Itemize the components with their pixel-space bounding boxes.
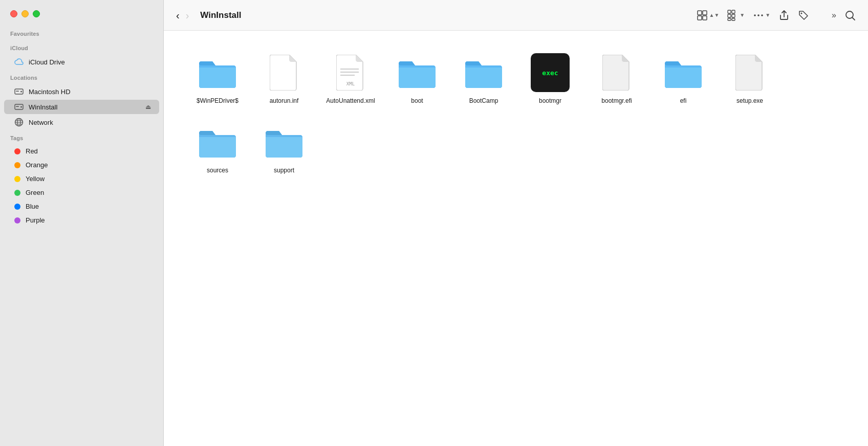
svg-rect-18 [732, 14, 735, 17]
nav-buttons: ‹ › [174, 9, 191, 21]
svg-point-23 [761, 14, 763, 16]
share-button[interactable] [776, 8, 792, 23]
svg-rect-11 [698, 11, 702, 15]
file-item-setupexe[interactable]: setup.exe [717, 46, 783, 110]
favourites-section-label: Favourites [0, 26, 163, 40]
back-button[interactable]: ‹ [174, 9, 182, 21]
svg-rect-20 [732, 18, 735, 20]
red-dot [14, 148, 20, 154]
doc-icon [270, 55, 298, 91]
more-options-button[interactable]: ▼ [751, 8, 772, 23]
grid-icon [697, 10, 708, 21]
folder-icon-wrap-efi [663, 52, 704, 93]
file-item-bootmgrefi[interactable]: bootmgr.efi [583, 46, 650, 110]
forward-button[interactable]: › [184, 9, 191, 21]
svg-point-24 [801, 12, 802, 14]
file-item-efi[interactable]: efi [650, 46, 717, 110]
sidebar: Favourites iCloud iCloud Drive Locations… [0, 0, 164, 446]
exec-icon: exec [531, 53, 570, 92]
doc-icon-wrap-efi [596, 52, 637, 93]
file-item-boot[interactable]: boot [384, 46, 450, 110]
file-name-sources: sources [207, 167, 228, 174]
folder-icon-boot [398, 56, 437, 89]
sidebar-item-tag-green[interactable]: Green [4, 186, 159, 199]
folder-icon-wrap-support [264, 122, 305, 163]
disk-icon-wininstall [14, 102, 24, 112]
file-item-autorun[interactable]: autorun.inf [251, 46, 317, 110]
svg-line-26 [853, 17, 855, 20]
group-chevron: ▼ [740, 12, 745, 18]
doc-icon-wrap-autorun [264, 52, 305, 93]
globe-icon [14, 118, 24, 127]
file-item-sources[interactable]: sources [184, 116, 251, 180]
file-item-autounattend[interactable]: XML AutoUnattend.xml [317, 46, 384, 110]
tags-section-label: Tags [0, 130, 163, 144]
double-chevron-icon: » [832, 11, 836, 20]
icon-view-button[interactable]: ▲▼ [695, 8, 721, 23]
folder-icon-wrap [197, 52, 238, 93]
folder-icon-wrap-sources [197, 122, 238, 163]
svg-point-4 [20, 106, 22, 108]
file-item-bootmgr[interactable]: exec bootmgr [517, 46, 583, 110]
doc-icon-wrap-setup [729, 52, 770, 93]
doc-icon-wrap-xml: XML [330, 52, 371, 93]
file-name-bootmgrefi: bootmgr.efi [601, 97, 632, 104]
sidebar-item-wininstall[interactable]: WinInstall ⏏ [4, 100, 159, 114]
maximize-button[interactable] [33, 10, 40, 17]
toolbar-more-button[interactable]: » [830, 9, 838, 22]
search-button[interactable] [842, 8, 858, 23]
view-chevron: ▲▼ [709, 12, 719, 18]
folder-icon-wrap-bootcamp [463, 52, 504, 93]
locations-section-label: Locations [0, 70, 163, 84]
svg-rect-17 [728, 14, 731, 17]
sidebar-item-icloud-drive[interactable]: iCloud Drive [4, 55, 159, 69]
ellipsis-icon [753, 10, 764, 21]
tag-orange-label: Orange [26, 161, 151, 169]
sidebar-item-tag-blue[interactable]: Blue [4, 200, 159, 213]
file-name-boot: boot [411, 97, 423, 104]
icloud-section-label: iCloud [0, 40, 163, 54]
svg-rect-19 [728, 18, 731, 20]
file-item-bootcamp[interactable]: BootCamp [450, 46, 517, 110]
svg-rect-13 [698, 16, 702, 20]
svg-rect-2 [16, 91, 19, 92]
svg-rect-16 [732, 10, 735, 13]
file-name-autounattend: AutoUnattend.xml [326, 97, 375, 104]
file-name-bootcamp: BootCamp [469, 97, 498, 104]
icloud-icon [14, 57, 24, 66]
sidebar-item-tag-orange[interactable]: Orange [4, 159, 159, 171]
sidebar-item-network[interactable]: Network [4, 115, 159, 129]
minimize-button[interactable] [21, 10, 29, 17]
svg-rect-14 [703, 16, 707, 20]
wininstall-label: WinInstall [29, 103, 140, 111]
window-controls [0, 0, 163, 26]
eject-icon[interactable]: ⏏ [145, 103, 151, 110]
orange-dot [14, 162, 20, 168]
folder-icon [198, 56, 237, 89]
disk-icon [14, 87, 24, 96]
toolbar-actions: ▲▼ ▼ [695, 8, 858, 23]
list-grid-icon [727, 10, 739, 21]
sidebar-item-tag-purple[interactable]: Purple [4, 214, 159, 227]
doc-icon-setup [735, 55, 764, 91]
file-item-support[interactable]: support [251, 116, 317, 180]
macintosh-hd-label: Macintosh HD [29, 88, 151, 96]
green-dot [14, 190, 20, 196]
sidebar-item-macintosh-hd[interactable]: Macintosh HD [4, 84, 159, 99]
svg-point-22 [757, 14, 760, 16]
folder-icon-efi [664, 56, 703, 89]
sidebar-item-tag-red[interactable]: Red [4, 145, 159, 158]
group-view-button[interactable]: ▼ [725, 8, 747, 23]
yellow-dot [14, 176, 20, 182]
toolbar: ‹ › WinInstall ▲▼ [164, 0, 868, 31]
close-button[interactable] [10, 10, 17, 17]
tag-green-label: Green [26, 189, 151, 196]
file-name-support: support [274, 167, 294, 174]
file-item-winpedriver[interactable]: $WinPEDriver$ [184, 46, 251, 110]
sidebar-item-tag-yellow[interactable]: Yellow [4, 172, 159, 185]
file-name-setupexe: setup.exe [736, 97, 763, 104]
search-icon [844, 10, 856, 21]
main-content: ‹ › WinInstall ▲▼ [164, 0, 868, 446]
tag-button[interactable] [796, 8, 811, 23]
icloud-drive-label: iCloud Drive [29, 58, 151, 66]
